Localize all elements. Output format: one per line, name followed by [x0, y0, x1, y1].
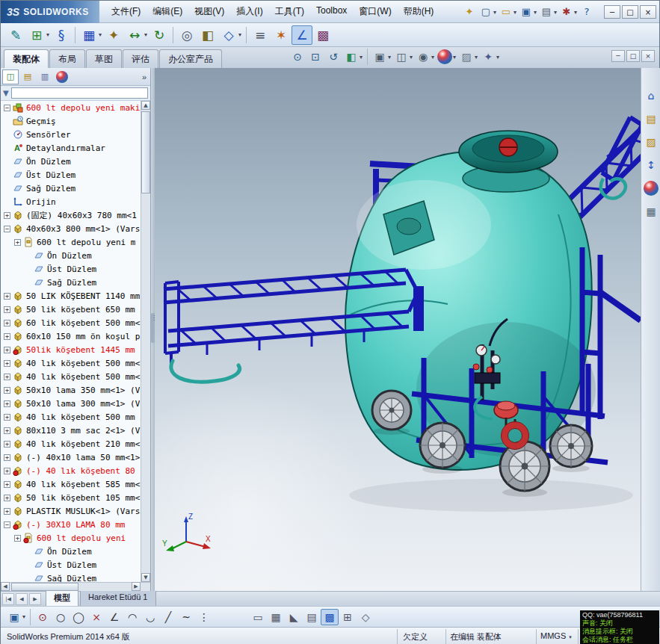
sheet-format-icon[interactable]: ▤ [304, 610, 319, 625]
select-rectangle-icon[interactable]: ▭ [250, 610, 265, 625]
view-orientation-icon[interactable]: ▣ [372, 49, 387, 64]
scroll-left-arrow-icon[interactable]: ◀ [1, 582, 10, 591]
featuremanager-tab-icon[interactable]: ◫ [4, 71, 16, 83]
tree-item-label[interactable]: 50 LIK KÖŞEBENT 1140 mm [26, 291, 140, 301]
point-button[interactable]: ⊙ [34, 609, 52, 625]
sheet-format-button[interactable]: ▤ [303, 609, 321, 625]
tree-item-label[interactable]: 600 lt depolu yeni [37, 533, 126, 543]
view-palette-button[interactable]: ↕ [642, 157, 660, 173]
expand-icon[interactable]: + [4, 320, 10, 326]
tree-item[interactable]: +(-) 40 lık köşebent 80 [1, 464, 141, 477]
apply-scene-button[interactable]: ▨▾ [457, 49, 479, 65]
table-icon[interactable]: ⊞ [340, 610, 355, 625]
menu-item[interactable]: 工具(T) [269, 3, 310, 20]
tree-item[interactable]: Üst Düzlem [1, 168, 141, 182]
tree-item[interactable]: +600 lt depolu yeni m [1, 235, 141, 249]
spline-button[interactable]: ~ [177, 609, 195, 625]
edit-appearance-button[interactable]: ▾ [436, 49, 457, 65]
dropdown-caret-icon[interactable]: ▾ [144, 31, 147, 38]
tree-item-label[interactable]: PLASTIK MUSLUK<1> (Varsa [26, 507, 141, 516]
close-document-button[interactable]: × [641, 50, 655, 62]
tree-item[interactable]: +50x10 lama 350 mm<1> (V [1, 383, 141, 397]
graphics-area[interactable]: Z X Y [155, 68, 641, 591]
select-rectangle-button[interactable]: ▭ [249, 609, 267, 625]
show-hidden-components-icon[interactable]: ◎ [178, 26, 196, 44]
table-button[interactable]: ⊞ [339, 609, 357, 625]
tab-office-products[interactable]: 办公室产品 [159, 49, 222, 68]
dropdown-caret-icon[interactable]: ▾ [46, 31, 49, 38]
move-component-button[interactable]: ↔▾ [124, 25, 149, 45]
erase-button[interactable]: × [87, 609, 105, 625]
minimize-button[interactable]: ─ [604, 5, 620, 19]
collapse-icon[interactable]: − [4, 105, 10, 111]
expand-icon[interactable]: + [4, 374, 10, 380]
bill-of-materials-icon[interactable]: ≡ [251, 26, 269, 44]
tab-motion-study[interactable]: Hareket Etüdü 1 [80, 591, 156, 607]
expand-icon[interactable]: + [4, 414, 10, 421]
tree-item[interactable]: +50 lik köşebent 105 mm<1 [1, 491, 141, 504]
help-icon[interactable]: ? [580, 5, 593, 19]
hide-show-items-button[interactable]: ◉▾ [414, 49, 436, 65]
instant-3d-button[interactable]: ∠ [292, 25, 312, 45]
design-library-icon[interactable]: ▤ [644, 111, 659, 126]
appearances-scenes-button[interactable] [642, 180, 660, 196]
file-explorer-button[interactable]: ▨ [642, 134, 660, 150]
appearances-scenes-icon[interactable] [644, 181, 659, 196]
tree-item[interactable]: Ön Düzlem [1, 545, 141, 558]
section-view-button[interactable]: ◧▾ [342, 49, 364, 65]
tree-item-label[interactable]: 40 lık köşebent 500 mm 2 [26, 412, 141, 422]
quick-tips-icon[interactable]: ✦ [463, 5, 476, 19]
tree-item-label[interactable]: Orijin [26, 197, 56, 207]
filter-funnel-icon[interactable]: ▼ [3, 89, 9, 97]
tree-item[interactable]: −40x60x3 800 mm<1> (Vars [1, 222, 141, 235]
dropdown-caret-icon[interactable]: ▾ [554, 9, 557, 16]
dropdown-caret-icon[interactable]: ▾ [99, 31, 102, 38]
dropdown-caret-icon[interactable]: ▾ [238, 31, 241, 38]
show-hidden-components-button[interactable]: ◎ [176, 25, 197, 45]
tree-item-label[interactable]: Sağ Düzlem [26, 184, 75, 193]
shaded-sketch-contours-button[interactable]: ▩ [321, 609, 339, 625]
tree-item-label[interactable]: (-) 30X10 LAMA 80 mm [26, 520, 125, 530]
triangle-orientation-icon[interactable]: ◣ [286, 610, 301, 625]
display-style-icon[interactable]: ◫ [394, 49, 409, 64]
panel-overflow-chevron[interactable]: » [142, 72, 147, 81]
tab-model[interactable]: 模型 [46, 591, 78, 607]
apply-scene-icon[interactable]: ▨ [459, 49, 474, 64]
tree-item-label[interactable]: (-) 40 lık köşebent 80 [26, 466, 135, 476]
reference-geometry-icon[interactable]: ◇ [220, 26, 238, 44]
tree-item-label[interactable]: Ön Düzlem [47, 251, 92, 261]
propertymanager-tab[interactable]: ▤ [19, 69, 36, 84]
insert-components-icon[interactable]: ⊞ [28, 26, 46, 44]
assembly-features-icon[interactable]: ◧ [199, 26, 217, 44]
interference-detection-button[interactable]: ▩ [312, 25, 333, 45]
tree-item[interactable]: −(-) 30X10 LAMA 80 mm [1, 518, 141, 531]
tree-item-label[interactable]: 40 lık köşebent 210 mm<1 [26, 439, 141, 449]
insert-components-button[interactable]: ⊞▾ [26, 25, 51, 45]
expand-icon[interactable]: + [4, 441, 10, 448]
bill-of-materials-button[interactable]: ≡ [250, 25, 271, 45]
expand-icon[interactable]: + [14, 535, 21, 542]
dropdown-caret-icon[interactable]: ▾ [388, 54, 391, 61]
zoom-fit-icon[interactable]: ⊙ [290, 49, 305, 64]
collapse-icon[interactable]: − [4, 521, 10, 528]
previous-view-button[interactable]: ↺ [324, 49, 342, 65]
triangle-orientation-button[interactable]: ◣ [285, 609, 303, 625]
tree-item-label[interactable]: Sensörler [26, 130, 71, 140]
horizontal-scroll-thumb[interactable] [11, 583, 78, 591]
grid-snap-button[interactable]: ▦ [267, 609, 285, 625]
tree-item[interactable]: Üst Düzlem [1, 558, 141, 572]
edit-appearance-icon[interactable] [437, 49, 452, 64]
tree-item-label[interactable]: 80x110 3 mm sac 2<1> (V: [26, 426, 141, 436]
menu-item[interactable]: 视图(V) [188, 3, 230, 20]
tree-item[interactable]: ADetaylandırmalar [1, 141, 141, 155]
view-palette-icon[interactable]: ↕ [644, 158, 659, 173]
tree-item[interactable]: +60x10 150 mm ön koşul pl [1, 329, 141, 343]
tree-item[interactable]: Sağ Düzlem [1, 276, 141, 289]
zoom-area-icon[interactable]: ⊡ [308, 49, 323, 64]
tree-item-label[interactable]: 40 lık köşebent 500 mm<2 [26, 372, 141, 382]
tab-scroll-first-button[interactable]: |◀ [2, 593, 14, 605]
grid-snap-icon[interactable]: ▦ [268, 610, 283, 625]
scroll-right-arrow-icon[interactable]: ▶ [132, 582, 141, 591]
expand-icon[interactable]: + [4, 347, 10, 353]
tree-item-label[interactable]: 50lik köşebent 1445 mm ( [26, 345, 141, 355]
